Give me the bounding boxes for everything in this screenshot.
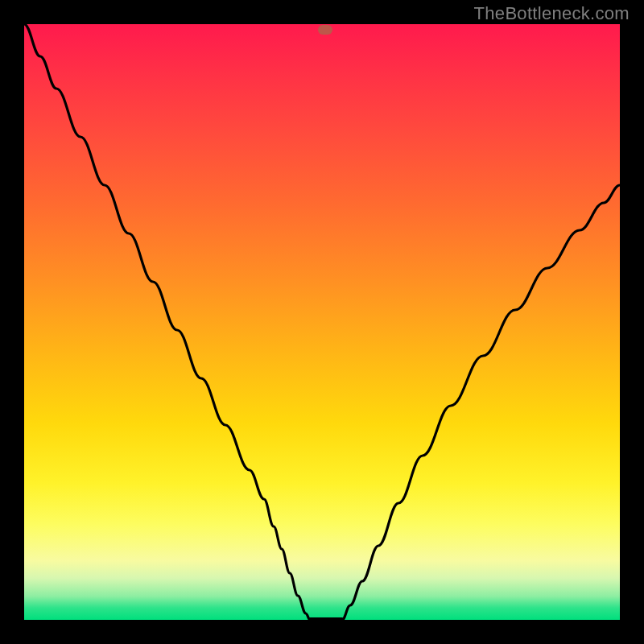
watermark-text: TheBottleneck.com bbox=[474, 3, 630, 24]
chart-frame: TheBottleneck.com bbox=[0, 0, 644, 644]
plot-area bbox=[24, 24, 620, 620]
optimal-point-marker bbox=[318, 25, 332, 35]
bottleneck-curve bbox=[24, 24, 620, 620]
